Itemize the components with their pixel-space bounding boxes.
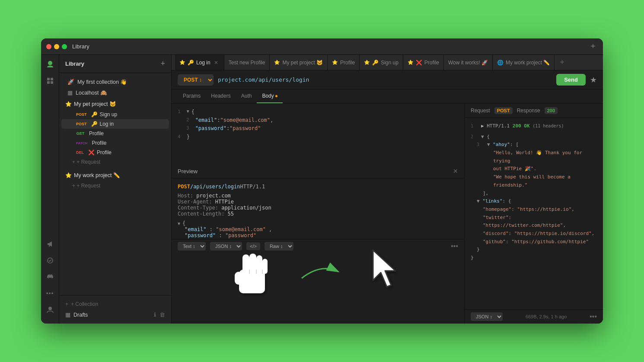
svg-point-6 bbox=[48, 307, 52, 310]
tab-login-label: Log in bbox=[196, 60, 210, 66]
library-add-button[interactable]: + bbox=[160, 59, 165, 68]
params-tab[interactable]: Params bbox=[178, 89, 206, 103]
add-tab-button[interactable]: + bbox=[588, 42, 598, 51]
resp-github: "github": "https://github.com/httpie" bbox=[471, 238, 597, 246]
discord-icon[interactable] bbox=[45, 272, 55, 282]
method-selector[interactable]: POST ↕ bbox=[178, 74, 214, 86]
tab-profile2-label: Profile bbox=[424, 60, 439, 66]
send-button[interactable]: Send bbox=[556, 74, 586, 86]
minimize-button[interactable] bbox=[54, 44, 59, 49]
resp-json-selector[interactable]: JSON ↕ bbox=[471, 312, 503, 321]
svg-marker-17 bbox=[373, 250, 395, 287]
code-view-button[interactable]: </> bbox=[246, 242, 260, 250]
body-bottom-bar: Text ↕ JSON ↕ </> Raw ↕ ••• bbox=[172, 239, 464, 253]
svg-rect-12 bbox=[262, 259, 268, 274]
pet-project-header[interactable]: ⭐ My pet project 🐱 bbox=[59, 98, 171, 110]
maximize-button[interactable] bbox=[62, 44, 67, 49]
drafts-delete-icon[interactable]: 🗑 bbox=[159, 311, 165, 318]
localhost-item[interactable]: ▦ Localhost 🙈 bbox=[61, 87, 169, 98]
user-icon[interactable] bbox=[45, 305, 55, 315]
hand-icon bbox=[230, 246, 274, 298]
logo-icon[interactable] bbox=[45, 59, 55, 70]
tab-profile1-star: ⭐ bbox=[332, 60, 338, 65]
resp-homepage: "homepage": "https://httpie.io", bbox=[471, 206, 597, 214]
body-more-button[interactable]: ••• bbox=[451, 242, 458, 250]
new-tab-button[interactable]: + bbox=[557, 58, 567, 67]
get-profile-request[interactable]: GET Profile bbox=[61, 129, 169, 138]
drafts-label: Drafts bbox=[73, 312, 88, 318]
raw-selector[interactable]: Raw ↕ bbox=[265, 242, 293, 251]
key-icon-signup: 🔑 bbox=[91, 111, 98, 117]
preview-title: Preview bbox=[178, 168, 198, 175]
tab-profile1[interactable]: ⭐ Profile bbox=[328, 55, 360, 70]
add-collection-button[interactable]: + + Collection bbox=[59, 299, 171, 309]
tab-wow[interactable]: Wow it works! 🚀 bbox=[444, 55, 493, 70]
resp-ahoy-val2: out HTTPie 🎉". bbox=[471, 165, 597, 173]
patch-profile-method: PATCH bbox=[74, 141, 89, 146]
del-profile-request[interactable]: DEL ❌ Profile bbox=[61, 148, 169, 157]
work-project-star: ⭐ bbox=[65, 172, 72, 178]
work-project-header[interactable]: ⭐ My work project ✏️ bbox=[59, 169, 171, 181]
del-profile-method: DEL bbox=[74, 150, 86, 155]
drafts-item[interactable]: ▦ Drafts ℹ 🗑 bbox=[59, 309, 171, 320]
preview-code: POST /api/users/login HTTP/1.1 Host: pro… bbox=[172, 178, 464, 239]
close-button[interactable] bbox=[46, 44, 51, 49]
get-profile-method: GET bbox=[74, 131, 86, 136]
preview-close-button[interactable]: ✕ bbox=[453, 168, 458, 175]
tab-profile1-label: Profile bbox=[340, 60, 355, 66]
tab-pet-project[interactable]: ⭐ My pet project 🐱 bbox=[270, 55, 328, 70]
more-icon[interactable]: ••• bbox=[45, 288, 55, 298]
preview-request-line: POST /api/users/login HTTP/1.1 bbox=[178, 183, 458, 191]
svg-rect-8 bbox=[235, 272, 242, 285]
grid-icon[interactable] bbox=[45, 76, 55, 86]
tab-test-profile[interactable]: Test new Profile bbox=[224, 55, 270, 70]
resp-close: } bbox=[471, 254, 597, 262]
add-request-icon: + bbox=[72, 159, 75, 165]
resp-ahoy-close: ], bbox=[471, 190, 597, 198]
text-format-selector[interactable]: Text ↕ bbox=[178, 242, 206, 251]
signup-request[interactable]: POST 🔑 Sign up bbox=[61, 110, 169, 119]
response-header: Request POST Response 200 bbox=[465, 104, 603, 118]
code-editor[interactable]: 1 ▼ { 2 "email" : "some@email.com" , bbox=[172, 104, 464, 164]
drafts-icon: ▦ bbox=[65, 311, 70, 318]
response-more-button[interactable]: ••• bbox=[590, 313, 597, 321]
request-tabs: Params Headers Auth Body bbox=[172, 89, 603, 104]
patch-profile-label: Profile bbox=[92, 140, 106, 146]
tab-login-close[interactable]: ✕ bbox=[213, 59, 220, 66]
headers-tab[interactable]: Headers bbox=[206, 89, 236, 103]
auth-tab[interactable]: Auth bbox=[236, 89, 257, 103]
tab-login[interactable]: ⭐ 🔑 Log in ✕ bbox=[175, 55, 224, 70]
add-request-work-label: + Request bbox=[77, 183, 100, 189]
library-title: Library bbox=[65, 60, 84, 67]
tab-work-project[interactable]: 🌐 My work project ✏️ bbox=[493, 55, 555, 70]
url-input[interactable] bbox=[218, 76, 552, 83]
response-status-code: 200 bbox=[545, 107, 558, 114]
svg-rect-4 bbox=[51, 81, 53, 84]
login-method: POST bbox=[74, 121, 89, 127]
add-request-work[interactable]: + + Request bbox=[59, 181, 171, 191]
tab-signup-star: ⭐ bbox=[364, 60, 370, 65]
svg-rect-10 bbox=[249, 254, 256, 274]
response-bottom-bar: JSON ↕ 669B, 2.9s, 1 h ago ••• bbox=[465, 309, 603, 324]
expand-icon-1: ▼ bbox=[187, 108, 189, 115]
del-profile-label: Profile bbox=[97, 149, 112, 156]
add-request-pet[interactable]: + + Request bbox=[59, 157, 171, 167]
patch-profile-request[interactable]: PATCH Profile bbox=[61, 138, 169, 148]
drafts-info-icon[interactable]: ℹ bbox=[154, 311, 156, 318]
code-line-2: 2 "email" : "some@email.com" , bbox=[178, 116, 458, 124]
check-circle-icon[interactable] bbox=[45, 255, 55, 266]
megaphone-icon[interactable] bbox=[45, 239, 55, 249]
tab-profile2[interactable]: ⭐ ❌ Profile bbox=[403, 55, 444, 70]
body-panel: 1 ▼ { 2 "email" : "some@email.com" , bbox=[172, 104, 465, 324]
add-collection-label: + Collection bbox=[71, 301, 98, 307]
json-selector[interactable]: JSON ↕ bbox=[210, 242, 242, 251]
login-request[interactable]: POST 🔑 Log in bbox=[61, 119, 169, 129]
first-collection-item[interactable]: 🚀 My first collection 👋 bbox=[61, 76, 169, 87]
body-tab[interactable]: Body bbox=[257, 89, 282, 103]
tab-signup[interactable]: ⭐ 🔑 Sign up bbox=[360, 55, 403, 70]
localhost-label: Localhost 🙈 bbox=[76, 89, 107, 96]
favorite-button[interactable]: ★ bbox=[590, 75, 597, 85]
response-body[interactable]: 1 ▶ HTTP/1.1 200 OK (11 headers) 2 ▼ { bbox=[465, 118, 603, 309]
login-label: Log in bbox=[100, 121, 114, 127]
main-layout: ••• Library + 🚀 My first collection 👋 bbox=[41, 55, 603, 324]
